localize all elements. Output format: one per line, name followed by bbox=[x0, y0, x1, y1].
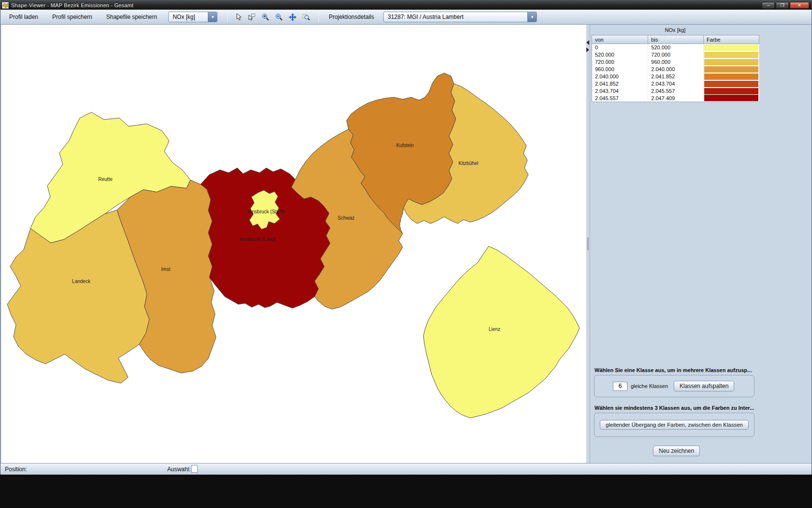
legend-bis-cell[interactable]: 2.045.557 bbox=[648, 88, 703, 95]
district-label-innsbruck-stadt: Innsbruck (Stadt) bbox=[248, 209, 285, 214]
color-swatch bbox=[704, 81, 758, 87]
legend-row[interactable]: 0520.000 bbox=[592, 44, 759, 51]
map-panel: ReutteLandeckImstInnsbruck (Land)SchwazK… bbox=[1, 25, 586, 463]
legend-table: von bis Farbe 0520.000520.000720.000720.… bbox=[592, 35, 759, 102]
close-button[interactable]: ✕ bbox=[790, 2, 809, 9]
auswahl-input[interactable] bbox=[191, 465, 198, 473]
toolbar: Profil laden Profil speichern Shapefile … bbox=[0, 10, 812, 25]
class-count-input[interactable] bbox=[613, 382, 627, 391]
minimize-button[interactable]: – bbox=[762, 2, 775, 9]
color-swatch bbox=[704, 45, 758, 51]
legend-header-bis[interactable]: bis bbox=[648, 35, 703, 44]
legend-farbe-cell[interactable] bbox=[703, 66, 759, 73]
legend-farbe-cell[interactable] bbox=[703, 73, 759, 80]
auswahl-label: Auswahl: bbox=[167, 466, 191, 473]
legend-von-cell[interactable]: 2.040.000 bbox=[592, 73, 648, 80]
color-swatch bbox=[704, 88, 758, 94]
chevron-down-icon: ▼ bbox=[527, 12, 536, 22]
legend-farbe-cell[interactable] bbox=[703, 88, 759, 95]
profil-speichern-button[interactable]: Profil speichern bbox=[47, 11, 97, 23]
class-count-label: gleiche Klassen bbox=[631, 383, 668, 389]
splitpane-divider[interactable] bbox=[586, 25, 590, 463]
app-window: Shape-Viewer - MAP Bezirk Emissionen - G… bbox=[0, 0, 812, 474]
legend-row[interactable]: 2.045.5572.047.409 bbox=[592, 95, 759, 102]
legend-header-farbe[interactable]: Farbe bbox=[703, 35, 759, 44]
expand-right-arrow-icon[interactable] bbox=[586, 47, 589, 52]
district-label-innsbruck-land: Innsbruck (Land) bbox=[239, 237, 276, 242]
district-label-landeck: Landeck bbox=[72, 279, 91, 284]
legend-panel: NOx [kg] von bis Farbe 0520.000520.00072… bbox=[590, 25, 812, 463]
zoom-out-icon bbox=[275, 13, 283, 21]
shapefile-speichern-button[interactable]: Shapefile speichern bbox=[102, 11, 162, 23]
zoom-out-tool-button[interactable] bbox=[273, 11, 285, 23]
legend-farbe-cell[interactable] bbox=[703, 44, 759, 51]
legend-von-cell[interactable]: 0 bbox=[592, 44, 648, 51]
district-label-schwaz: Schwaz bbox=[337, 215, 354, 221]
statusbar: Position: Auswahl: bbox=[0, 463, 812, 475]
color-swatch bbox=[704, 95, 758, 101]
divider-grip[interactable] bbox=[587, 238, 589, 250]
choropleth-map: ReutteLandeckImstInnsbruck (Land)SchwazK… bbox=[1, 25, 586, 463]
district-label-kufstein: Kufstein bbox=[396, 143, 414, 148]
legend-farbe-cell[interactable] bbox=[703, 59, 759, 66]
legend-farbe-cell[interactable] bbox=[703, 80, 759, 88]
pan-arrows-icon bbox=[289, 13, 297, 21]
farben-uebergang-button[interactable]: gleitender Übergang der Farben, zwischen… bbox=[600, 420, 749, 430]
color-swatch bbox=[704, 74, 758, 80]
collapse-left-arrow-icon[interactable] bbox=[586, 40, 589, 45]
legend-farbe-cell[interactable] bbox=[703, 95, 759, 102]
projektionsdetails-button[interactable]: Projektionsdetails bbox=[324, 11, 379, 23]
profil-laden-button[interactable]: Profil laden bbox=[4, 11, 43, 23]
select-rectangle-icon bbox=[248, 13, 256, 21]
legend-bis-cell[interactable]: 960.000 bbox=[648, 59, 703, 66]
legend-bis-cell[interactable]: 2.047.409 bbox=[648, 95, 703, 102]
legend-bis-cell[interactable]: 2.043.704 bbox=[648, 80, 703, 88]
legend-bis-cell[interactable]: 720.000 bbox=[648, 51, 703, 59]
cursor-tool-button[interactable] bbox=[232, 11, 244, 23]
legend-farbe-cell[interactable] bbox=[703, 51, 759, 59]
zoom-in-icon bbox=[261, 13, 270, 21]
attribute-combobox-value: NOx [kg] bbox=[169, 14, 208, 20]
projection-combobox-value: 31287: MGI / Austria Lambert bbox=[384, 14, 527, 20]
legend-von-cell[interactable]: 960.000 bbox=[592, 66, 648, 73]
legend-von-cell[interactable]: 720.000 bbox=[592, 59, 648, 66]
neu-zeichnen-button[interactable]: Neu zeichnen bbox=[653, 446, 700, 456]
legend-von-cell[interactable]: 2.041.852 bbox=[592, 80, 648, 88]
legend-row[interactable]: 2.043.7042.045.557 bbox=[592, 88, 759, 95]
toolbar-separator bbox=[227, 12, 228, 22]
district-lienz[interactable] bbox=[423, 246, 580, 418]
window-title: Shape-Viewer - MAP Bezirk Emissionen - G… bbox=[11, 2, 133, 8]
titlebar: Shape-Viewer - MAP Bezirk Emissionen - G… bbox=[0, 0, 812, 10]
pan-tool-button[interactable] bbox=[287, 11, 298, 23]
split-classes-groupbox: gleiche Klassen Klassen aufspalten bbox=[594, 375, 754, 397]
legend-von-cell[interactable]: 2.045.557 bbox=[592, 95, 648, 102]
cursor-icon bbox=[234, 13, 242, 21]
legend-row[interactable]: 2.041.8522.043.704 bbox=[592, 80, 759, 88]
chevron-down-icon: ▼ bbox=[208, 12, 217, 22]
legend-bis-cell[interactable]: 2.041.852 bbox=[648, 73, 703, 80]
app-icon bbox=[2, 2, 9, 9]
legend-row[interactable]: 960.0002.040.000 bbox=[592, 66, 759, 73]
projection-combobox[interactable]: 31287: MGI / Austria Lambert ▼ bbox=[383, 12, 537, 22]
attribute-combobox[interactable]: NOx [kg] ▼ bbox=[168, 12, 218, 22]
zoom-extent-tool-button[interactable] bbox=[300, 11, 312, 23]
legend-row[interactable]: 2.040.0002.041.852 bbox=[592, 73, 759, 80]
legend-von-cell[interactable]: 520.000 bbox=[592, 51, 648, 59]
legend-bis-cell[interactable]: 520.000 bbox=[648, 44, 703, 51]
select-tool-button[interactable] bbox=[246, 11, 258, 23]
interpolate-colors-hint: Wählen sie mindestens 3 Klassen aus, um … bbox=[594, 405, 759, 411]
maximize-button[interactable]: ❐ bbox=[776, 2, 789, 9]
split-classes-hint: Wählen Sie eine Klasse aus, um in mehrer… bbox=[594, 367, 759, 373]
klassen-aufspalten-button[interactable]: Klassen aufspalten bbox=[674, 381, 734, 391]
zoom-in-tool-button[interactable] bbox=[260, 11, 271, 23]
legend-row[interactable]: 720.000960.000 bbox=[592, 59, 759, 66]
zoom-extent-icon bbox=[302, 13, 310, 21]
color-swatch bbox=[704, 59, 758, 65]
legend-header-von[interactable]: von bbox=[592, 35, 648, 44]
position-label: Position: bbox=[5, 466, 27, 473]
legend-von-cell[interactable]: 2.043.704 bbox=[592, 88, 648, 95]
toolbar-separator bbox=[319, 12, 319, 22]
legend-bis-cell[interactable]: 2.040.000 bbox=[648, 66, 703, 73]
legend-title: NOx [kg] bbox=[591, 27, 759, 33]
legend-row[interactable]: 520.000720.000 bbox=[592, 51, 759, 59]
